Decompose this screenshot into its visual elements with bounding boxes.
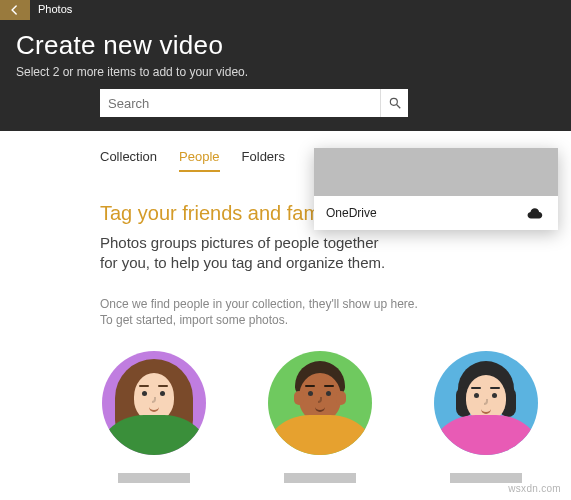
app-title: Photos — [30, 0, 80, 20]
page-title: Create new video — [16, 30, 555, 61]
people-hint-line1: Once we find people in your collection, … — [100, 296, 430, 313]
person-placeholder — [434, 351, 538, 483]
person-placeholder — [102, 351, 206, 483]
people-hint: Once we find people in your collection, … — [100, 296, 430, 330]
name-placeholder — [284, 473, 356, 483]
dropdown-item-label: OneDrive — [326, 206, 377, 220]
tab-collection[interactable]: Collection — [100, 149, 157, 172]
cloud-icon — [526, 207, 546, 220]
dropdown-preview — [314, 148, 558, 196]
people-description: Photos groups pictures of people togethe… — [100, 233, 400, 274]
tab-people[interactable]: People — [179, 149, 219, 172]
avatar — [434, 351, 538, 455]
svg-line-1 — [396, 105, 400, 109]
people-placeholders — [102, 351, 541, 483]
page-header: Create new video Select 2 or more items … — [0, 20, 571, 131]
watermark: wsxdn.com — [508, 483, 561, 494]
source-dropdown[interactable]: OneDrive — [314, 148, 558, 230]
search-box[interactable] — [100, 89, 380, 117]
search-input[interactable] — [108, 96, 372, 111]
name-placeholder — [450, 473, 522, 483]
title-bar: Photos — [0, 0, 571, 20]
tab-folders[interactable]: Folders — [242, 149, 285, 172]
page-subtitle: Select 2 or more items to add to your vi… — [16, 65, 555, 79]
back-button[interactable] — [0, 0, 30, 20]
people-hint-line2: To get started, import some photos. — [100, 312, 430, 329]
name-placeholder — [118, 473, 190, 483]
search-icon — [388, 96, 402, 110]
person-placeholder — [268, 351, 372, 483]
arrow-left-icon — [8, 3, 22, 17]
avatar — [102, 351, 206, 455]
avatar — [268, 351, 372, 455]
svg-point-0 — [390, 98, 397, 105]
dropdown-item-onedrive[interactable]: OneDrive — [314, 196, 558, 230]
search-row — [100, 89, 555, 117]
search-button[interactable] — [380, 89, 408, 117]
